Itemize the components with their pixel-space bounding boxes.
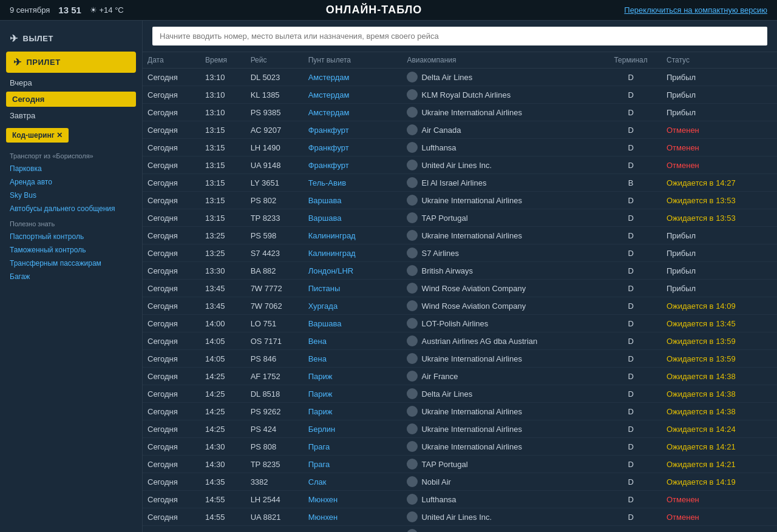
cell-destination[interactable]: Прага — [304, 438, 402, 456]
compact-version-link[interactable]: Переключиться на компактную версию — [624, 5, 767, 15]
airline-name: British Airways — [421, 266, 473, 275]
cell-destination[interactable]: Калининград — [304, 227, 402, 244]
cell-destination[interactable]: Пистаны — [304, 280, 402, 297]
sidebar-link-parking[interactable]: Парковка — [0, 162, 142, 175]
cell-destination[interactable]: Стокгольм — [304, 526, 402, 533]
cell-time: 13:15 — [200, 157, 246, 174]
cell-destination[interactable]: Слак — [304, 473, 402, 491]
cell-status: Ожидается в 13:45 — [662, 315, 777, 332]
cell-status: Прибыл — [662, 280, 777, 297]
cell-destination[interactable]: Мюнхен — [304, 508, 402, 526]
cell-time: 13:15 — [200, 139, 246, 157]
sidebar-link-baggage[interactable]: Багаж — [0, 270, 142, 283]
cell-destination[interactable]: Вена — [304, 350, 402, 368]
cell-date: Сегодня — [143, 86, 200, 104]
cell-destination[interactable]: Франкфурт — [304, 139, 402, 157]
sidebar-link-passport[interactable]: Паспортный контроль — [0, 230, 142, 243]
flights-table-container[interactable]: Дата Время Рейс Пунт вылета Авиакомпания… — [143, 52, 777, 532]
table-row: Сегодня 14:25 PS 9262 Париж Ukraine Inte… — [143, 403, 777, 420]
sidebar-link-buses[interactable]: Автобусы дальнего сообщения — [0, 202, 142, 215]
cell-destination[interactable]: Тель-Авив — [304, 174, 402, 192]
cell-destination[interactable]: Париж — [304, 385, 402, 403]
cell-terminal: D — [600, 280, 662, 297]
date-today[interactable]: Сегодня — [6, 92, 136, 107]
cell-destination[interactable]: Франкфурт — [304, 157, 402, 174]
cell-flight: PS 846 — [246, 350, 304, 368]
table-row: Сегодня 13:10 KL 1385 Амстердам KLM Roya… — [143, 86, 777, 104]
cell-destination[interactable]: Париж — [304, 403, 402, 420]
cell-date: Сегодня — [143, 297, 200, 315]
cell-destination[interactable]: Амстердам — [304, 86, 402, 104]
cell-destination[interactable]: Франкфурт — [304, 121, 402, 139]
cell-date: Сегодня — [143, 491, 200, 508]
cell-destination[interactable]: Варшава — [304, 315, 402, 332]
airline-name: Delta Air Lines — [421, 73, 472, 82]
cell-terminal: D — [600, 420, 662, 438]
cell-time: 14:25 — [200, 403, 246, 420]
table-row: Сегодня 13:30 BA 882 Лондон/LHR British … — [143, 262, 777, 280]
airline-name: Ukraine International Airlines — [421, 354, 521, 363]
airline-name: Air France — [421, 372, 458, 381]
cell-date: Сегодня — [143, 368, 200, 385]
table-row: Сегодня 14:25 AF 1752 Париж Air France D… — [143, 368, 777, 385]
cell-flight: PS 802 — [246, 192, 304, 209]
cell-destination[interactable]: Амстердам — [304, 69, 402, 86]
cell-time: 13:10 — [200, 69, 246, 86]
cell-date: Сегодня — [143, 139, 200, 157]
departure-button[interactable]: ✈ ВЫЛЕТ — [0, 28, 142, 49]
table-row: Сегодня 13:45 7W 7062 Хургада Wind Rose … — [143, 297, 777, 315]
cell-airline: Air France — [402, 368, 600, 385]
cell-terminal: D — [600, 297, 662, 315]
cell-time: 13:15 — [200, 209, 246, 227]
sidebar-link-transfer[interactable]: Трансферным пассажирам — [0, 257, 142, 270]
cell-airline: S7 Airlines — [402, 244, 600, 262]
table-row: Сегодня 14:05 OS 7171 Вена Austrian Airl… — [143, 332, 777, 350]
cell-airline: Ukraine International Airlines — [402, 420, 600, 438]
sidebar-link-customs[interactable]: Таможенный контроль — [0, 243, 142, 257]
topbar-title: ОНЛАЙН-ТАБЛО — [326, 4, 422, 16]
date-yesterday[interactable]: Вчера — [0, 75, 142, 90]
cell-airline: Air Canada — [402, 121, 600, 139]
col-header-time: Время — [200, 52, 246, 69]
cell-airline: El Al Israel Airlines — [402, 174, 600, 192]
date-tomorrow[interactable]: Завтра — [0, 108, 142, 123]
cell-destination[interactable]: Прага — [304, 456, 402, 473]
airline-name: Air Canada — [421, 126, 461, 135]
cell-destination[interactable]: Хургада — [304, 297, 402, 315]
cell-destination[interactable]: Лондон/LHR — [304, 262, 402, 280]
cell-destination[interactable]: Амстердам — [304, 104, 402, 121]
arrival-button[interactable]: ✈ ПРИЛЕТ — [6, 52, 136, 73]
col-header-destination: Пунт вылета — [304, 52, 402, 69]
search-input[interactable] — [152, 27, 767, 45]
airline-name: TAP Portugal — [421, 460, 467, 469]
cell-destination[interactable]: Мюнхен — [304, 491, 402, 508]
cell-destination[interactable]: Варшава — [304, 209, 402, 227]
cell-status: Ожидается в 14:21 — [662, 456, 777, 473]
cell-destination[interactable]: Вена — [304, 332, 402, 350]
cell-status: Ожидается в 14:09 — [662, 297, 777, 315]
cell-destination[interactable]: Париж — [304, 368, 402, 385]
transport-section-title: Транспорт из «Борисполя» — [0, 147, 142, 162]
cell-destination[interactable]: Берлин — [304, 420, 402, 438]
cell-time: 14:25 — [200, 385, 246, 403]
cell-flight: 7W 7772 — [246, 280, 304, 297]
cell-terminal: D — [600, 244, 662, 262]
cell-flight: LH 1490 — [246, 139, 304, 157]
sidebar-link-car-rental[interactable]: Аренда авто — [0, 175, 142, 189]
airline-logo — [407, 494, 418, 505]
airline-name: Lufthansa — [421, 143, 456, 152]
table-row: Сегодня 14:30 PS 808 Прага Ukraine Inter… — [143, 438, 777, 456]
codeshare-button[interactable]: Код-шеринг ✕ — [6, 128, 69, 143]
flights-table: Дата Время Рейс Пунт вылета Авиакомпания… — [143, 52, 777, 532]
table-row: Сегодня 13:25 PS 598 Калининград Ukraine… — [143, 227, 777, 244]
sidebar-link-skybus[interactable]: Sky Bus — [0, 189, 142, 202]
cell-destination[interactable]: Калининград — [304, 244, 402, 262]
cell-time: 13:10 — [200, 86, 246, 104]
cell-flight: PS 424 — [246, 420, 304, 438]
cell-airline: TAP Portugal — [402, 209, 600, 227]
cell-date: Сегодня — [143, 121, 200, 139]
cell-destination[interactable]: Варшава — [304, 192, 402, 209]
cell-terminal: D — [600, 403, 662, 420]
col-header-status: Статус — [662, 52, 777, 69]
cell-date: Сегодня — [143, 69, 200, 86]
